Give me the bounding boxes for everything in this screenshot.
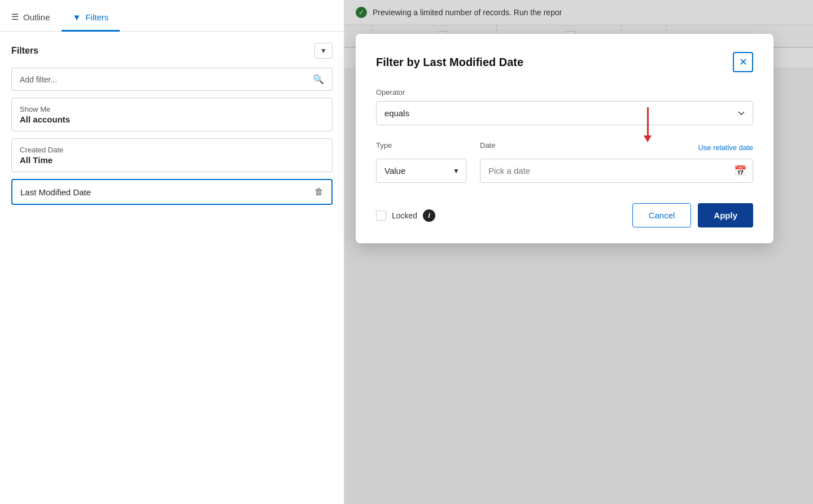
tab-outline-label: Outline [23, 12, 50, 22]
operator-section: Operator equals not equal to less than g… [376, 88, 753, 141]
trash-icon[interactable]: 🗑 [314, 187, 324, 197]
type-select[interactable]: Value Relative [376, 159, 466, 183]
date-header-row: Date Use relative date [480, 141, 753, 154]
tab-filters-label: Filters [85, 12, 108, 22]
filters-body: Filters ▼ Add filter... 🔍 Show Me All ac… [0, 32, 344, 216]
filter-show-me-label: Show Me [20, 105, 324, 113]
red-arrow-head [644, 135, 652, 142]
type-select-wrapper: Value Relative ▼ [376, 159, 466, 183]
operator-select[interactable]: equals not equal to less than greater th… [376, 101, 753, 125]
add-filter-placeholder: Add filter... [20, 75, 57, 84]
filter-item-created-date[interactable]: Created Date All Time [11, 138, 333, 172]
red-arrow-annotation [644, 107, 652, 142]
add-filter-box[interactable]: Add filter... 🔍 [11, 68, 333, 91]
right-panel: ✓ Previewing a limited number of records… [344, 0, 813, 504]
cancel-button[interactable]: Cancel [632, 203, 692, 227]
modal-close-button[interactable]: ✕ [733, 52, 753, 72]
left-panel: ☰ Outline ▼ Filters Filters ▼ Add filter… [0, 0, 344, 504]
tab-outline[interactable]: ☰ Outline [0, 4, 62, 32]
type-section: Type Value Relative ▼ [376, 141, 466, 183]
filters-dropdown-btn[interactable]: ▼ [314, 43, 333, 59]
modal-footer: Locked i Cancel Apply [376, 199, 753, 227]
locked-checkbox[interactable] [376, 211, 386, 221]
date-label: Date [480, 141, 495, 150]
red-arrow-line [647, 107, 649, 135]
info-icon[interactable]: i [423, 209, 435, 222]
type-date-row: Type Value Relative ▼ Date Use relative … [376, 141, 753, 183]
filters-header: Filters ▼ [11, 43, 333, 59]
filters-title: Filters [11, 46, 38, 56]
filter-item-last-modified-date[interactable]: Last Modified Date 🗑 [11, 179, 333, 205]
outline-icon: ☰ [11, 12, 19, 22]
date-input-wrapper: 📅 [480, 159, 753, 183]
tab-bar: ☰ Outline ▼ Filters [0, 0, 344, 32]
filter-last-modified-label: Last Modified Date [20, 187, 91, 197]
modal-header: Filter by Last Modified Date ✕ [376, 52, 753, 72]
locked-section: Locked i [376, 209, 435, 222]
date-section: Date Use relative date 📅 [480, 141, 753, 183]
operator-label: Operator [376, 88, 753, 97]
filter-item-show-me[interactable]: Show Me All accounts [11, 98, 333, 132]
footer-buttons: Cancel Apply [632, 203, 753, 227]
use-relative-date-link[interactable]: Use relative date [698, 143, 753, 152]
filter-show-me-value: All accounts [20, 115, 324, 124]
filter-created-date-label: Created Date [20, 146, 324, 154]
filter-icon: ▼ [73, 12, 81, 22]
date-input[interactable] [480, 159, 753, 183]
apply-button[interactable]: Apply [698, 203, 753, 227]
filter-modal: Filter by Last Modified Date ✕ Operator … [356, 34, 773, 243]
search-icon: 🔍 [313, 74, 324, 85]
filter-created-date-value: All Time [20, 155, 324, 165]
modal-title: Filter by Last Modified Date [376, 56, 523, 69]
modal-overlay: Filter by Last Modified Date ✕ Operator … [344, 0, 813, 504]
tab-filters[interactable]: ▼ Filters [62, 5, 120, 32]
type-label: Type [376, 141, 466, 150]
locked-label: Locked [392, 211, 417, 220]
